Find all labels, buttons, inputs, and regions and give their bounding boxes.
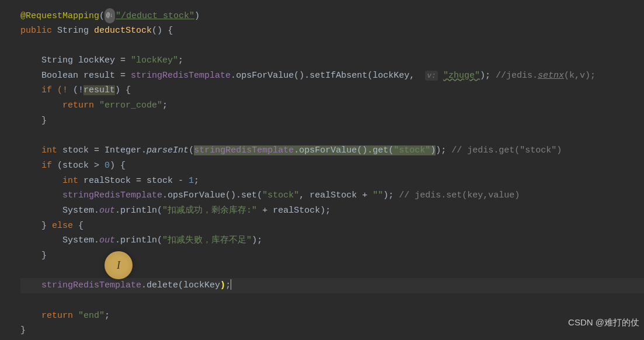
code-line[interactable]: return "error_code"; (20, 98, 644, 113)
code-line[interactable]: Boolean result = stringRedisTemplate.ops… (20, 68, 644, 84)
inlay-hint: v: (425, 71, 438, 81)
code-line[interactable]: System.out.println("扣减失败，库存不足"); (20, 233, 644, 248)
code-line[interactable]: System.out.println("扣减成功，剩余库存:" + realSt… (20, 203, 644, 218)
annotation: @RequestMapping (20, 11, 99, 21)
code-line[interactable]: stringRedisTemplate.opsForValue().set("s… (20, 188, 644, 203)
cursor-indicator-icon: I (105, 251, 133, 279)
code-editor[interactable]: @RequestMapping(@↓"/deduct_stock") publi… (0, 0, 644, 338)
method-name: deductStock (94, 26, 152, 36)
url-path-string: "/deduct_stock" (116, 11, 194, 21)
watermark: CSDN @难打的仗 (568, 317, 639, 328)
code-line[interactable]: return "end"; (20, 308, 644, 324)
code-line[interactable]: String lockKey = "lockKey"; (20, 53, 644, 68)
blank-line (20, 38, 644, 53)
code-line[interactable]: if (stock > 0) { (20, 158, 644, 174)
code-line[interactable]: public String deductStock() { (20, 23, 644, 39)
code-line[interactable]: @RequestMapping(@↓"/deduct_stock") (20, 8, 644, 23)
code-line[interactable]: } (20, 323, 644, 338)
code-line[interactable]: if (! (!result) { (20, 83, 644, 98)
code-line[interactable]: int stock = Integer.parseInt(stringRedis… (20, 143, 644, 158)
code-line[interactable]: int realStock = stock - 1; (20, 174, 644, 189)
blank-line (20, 129, 644, 144)
keyword-public: public (20, 26, 52, 36)
code-line[interactable]: } else { (20, 218, 644, 234)
blank-line (20, 293, 644, 308)
highlighted-var: result (83, 85, 115, 95)
gutter-icon[interactable]: @↓ (105, 8, 115, 23)
caret-icon (231, 279, 231, 290)
code-line[interactable]: } (20, 113, 644, 129)
current-line[interactable]: stringRedisTemplate.delete(lockKey); (20, 278, 644, 293)
